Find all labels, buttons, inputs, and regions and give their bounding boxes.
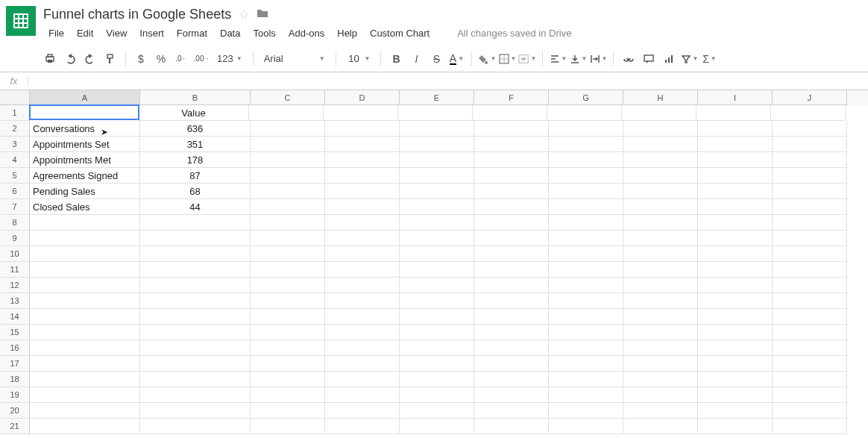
- row-header[interactable]: 10: [0, 246, 30, 262]
- cell-E18[interactable]: [400, 372, 474, 387]
- cell-A14[interactable]: [30, 309, 140, 325]
- cell-E12[interactable]: [400, 278, 474, 293]
- cell-B20[interactable]: [140, 403, 251, 419]
- cell-J17[interactable]: [773, 356, 847, 372]
- cell-F9[interactable]: [474, 231, 549, 246]
- cell-I12[interactable]: [698, 278, 773, 293]
- cell-A11[interactable]: [30, 262, 140, 278]
- cell-A13[interactable]: [30, 293, 140, 309]
- cell-E4[interactable]: [400, 152, 474, 168]
- cell-H9[interactable]: [623, 231, 698, 246]
- col-header-B[interactable]: B: [140, 90, 251, 105]
- cell-J19[interactable]: [773, 387, 847, 403]
- cell-A12[interactable]: [30, 278, 140, 293]
- cell-D18[interactable]: [325, 372, 400, 387]
- borders-button[interactable]: ▼: [498, 50, 516, 68]
- cell-I21[interactable]: [698, 419, 773, 434]
- col-header-I[interactable]: I: [698, 90, 773, 105]
- cell-A2[interactable]: Conversations: [30, 121, 140, 137]
- col-header-E[interactable]: E: [400, 90, 474, 105]
- cell-D1[interactable]: [324, 105, 398, 121]
- cell-D7[interactable]: [325, 199, 400, 215]
- cell-F20[interactable]: [474, 403, 549, 419]
- cell-E5[interactable]: [400, 168, 474, 184]
- row-header[interactable]: 17: [0, 356, 30, 372]
- cell-I20[interactable]: [698, 403, 773, 419]
- col-header-D[interactable]: D: [325, 90, 400, 105]
- row-header[interactable]: 1: [0, 105, 30, 121]
- cell-J3[interactable]: [773, 137, 847, 152]
- row-header[interactable]: 7: [0, 199, 30, 215]
- cell-A7[interactable]: Closed Sales: [30, 199, 140, 215]
- cell-C2[interactable]: [251, 121, 325, 137]
- cell-I18[interactable]: [698, 372, 773, 387]
- cell-F10[interactable]: [474, 246, 549, 262]
- cell-H7[interactable]: [623, 199, 698, 215]
- insert-chart-button[interactable]: [660, 50, 678, 68]
- cell-B11[interactable]: [140, 262, 251, 278]
- cell-C15[interactable]: [251, 325, 325, 340]
- cell-D12[interactable]: [325, 278, 400, 293]
- row-header[interactable]: 13: [0, 293, 30, 309]
- cell-E10[interactable]: [400, 246, 474, 262]
- cell-J2[interactable]: [773, 121, 847, 137]
- cell-A9[interactable]: [30, 231, 140, 246]
- cell-G10[interactable]: [549, 246, 623, 262]
- cell-E7[interactable]: [400, 199, 474, 215]
- cell-H13[interactable]: [623, 293, 698, 309]
- cell-B3[interactable]: 351: [140, 137, 251, 152]
- cell-A18[interactable]: [30, 372, 140, 387]
- col-header-G[interactable]: G: [549, 90, 623, 105]
- italic-button[interactable]: I: [407, 50, 425, 68]
- cell-H18[interactable]: [623, 372, 698, 387]
- text-color-button[interactable]: A▼: [447, 50, 465, 68]
- cell-G20[interactable]: [549, 403, 623, 419]
- v-align-button[interactable]: ▼: [569, 50, 587, 68]
- cell-C12[interactable]: [251, 278, 325, 293]
- cell-C9[interactable]: [251, 231, 325, 246]
- cell-B6[interactable]: 68: [140, 184, 251, 199]
- cell-A5[interactable]: Agreements Signed: [30, 168, 140, 184]
- cell-J10[interactable]: [773, 246, 847, 262]
- cell-F15[interactable]: [474, 325, 549, 340]
- cell-J20[interactable]: [773, 403, 847, 419]
- cell-B10[interactable]: [140, 246, 251, 262]
- cell-C20[interactable]: [251, 403, 325, 419]
- menu-data[interactable]: Data: [215, 25, 245, 41]
- row-header[interactable]: 14: [0, 309, 30, 325]
- cell-F4[interactable]: [474, 152, 549, 168]
- cell-I15[interactable]: [698, 325, 773, 340]
- cell-C6[interactable]: [251, 184, 325, 199]
- cell-G1[interactable]: [547, 105, 622, 121]
- cell-G17[interactable]: [549, 356, 623, 372]
- h-align-button[interactable]: ▼: [549, 50, 567, 68]
- cell-B5[interactable]: 87: [140, 168, 251, 184]
- cell-J13[interactable]: [773, 293, 847, 309]
- row-header[interactable]: 4: [0, 152, 30, 168]
- cell-C16[interactable]: [251, 340, 325, 356]
- cell-J12[interactable]: [773, 278, 847, 293]
- cell-J8[interactable]: [773, 215, 847, 231]
- cell-H5[interactable]: [623, 168, 698, 184]
- cell-C7[interactable]: [251, 199, 325, 215]
- cell-F1[interactable]: [473, 105, 547, 121]
- star-icon[interactable]: ☆: [239, 7, 249, 22]
- cell-D21[interactable]: [325, 419, 400, 434]
- sheets-app-icon[interactable]: [6, 6, 36, 36]
- cell-I11[interactable]: [698, 262, 773, 278]
- cell-D4[interactable]: [325, 152, 400, 168]
- cell-C8[interactable]: [251, 215, 325, 231]
- menu-file[interactable]: File: [43, 25, 69, 41]
- cell-A3[interactable]: Appointments Set: [30, 137, 140, 152]
- cell-D14[interactable]: [325, 309, 400, 325]
- cell-G19[interactable]: [549, 387, 623, 403]
- print-button[interactable]: [41, 50, 59, 68]
- cell-E20[interactable]: [400, 403, 474, 419]
- menu-custom-chart[interactable]: Custom Chart: [365, 25, 435, 41]
- cell-E15[interactable]: [400, 325, 474, 340]
- cell-I6[interactable]: [698, 184, 773, 199]
- cell-I5[interactable]: [698, 168, 773, 184]
- cell-E21[interactable]: [400, 419, 474, 434]
- cell-H3[interactable]: [623, 137, 698, 152]
- cell-G18[interactable]: [549, 372, 623, 387]
